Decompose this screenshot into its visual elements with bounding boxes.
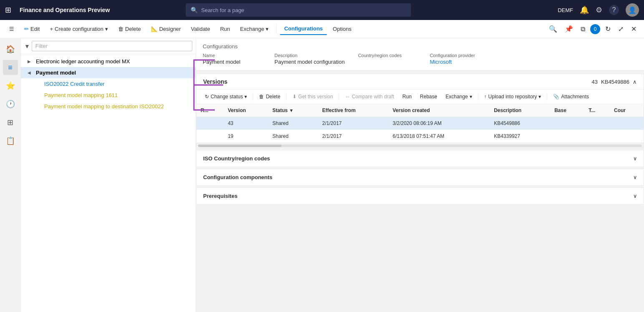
user-label: DEMF <box>558 7 573 13</box>
sidebar-icon-home[interactable]: 🏠 <box>3 42 18 57</box>
scroll-thumb[interactable] <box>198 145 282 147</box>
horizontal-scrollbar[interactable] <box>196 143 644 148</box>
notification-icon[interactable]: 🔔 <box>580 5 589 15</box>
toolbar-sep-4 <box>478 92 478 101</box>
cell-t <box>584 130 610 143</box>
search-button[interactable]: 🔍 <box>546 22 560 35</box>
sidebar-icon-list[interactable]: ≡ <box>3 60 18 75</box>
prerequisites-header[interactable]: Prerequisites ∨ <box>196 188 644 204</box>
cell-description: KB4339927 <box>490 130 550 143</box>
grid-icon[interactable]: ⊞ <box>5 5 11 15</box>
hamburger-button[interactable]: ☰ <box>5 23 18 35</box>
config-field-name: Name Payment model <box>203 53 261 65</box>
scroll-track <box>198 145 642 147</box>
compare-icon: ↔ <box>345 94 350 100</box>
iso-country-section: ISO Country/region codes ∨ <box>196 150 644 167</box>
designer-button[interactable]: 📐 Designer <box>147 23 185 35</box>
sidebar-icon-notes[interactable]: 📋 <box>3 133 18 148</box>
exchange-button[interactable]: Exchange ▾ <box>236 23 273 35</box>
th-created: Version created <box>388 104 490 117</box>
tree-item-iso20022[interactable]: ISO20022 Credit transfer <box>21 78 196 90</box>
refresh-icon: ↻ <box>205 94 209 100</box>
pin-button[interactable]: 📌 <box>562 22 576 35</box>
help-icon[interactable]: ? <box>609 5 619 15</box>
expand-button[interactable]: ⤢ <box>616 22 626 35</box>
reload-button[interactable]: ↻ <box>603 22 613 35</box>
upload-chevron: ▾ <box>538 94 541 100</box>
filter-icon[interactable]: ▼ <box>24 43 30 50</box>
cell-created: 3/2/2020 08:06:19 AM <box>388 117 490 130</box>
search-icon: 🔍 <box>191 7 198 13</box>
cell-base <box>550 130 584 143</box>
th-effective: Effective from <box>318 104 389 117</box>
field-label-country: Country/region codes <box>358 53 416 58</box>
versions-collapse-icon[interactable]: ∧ <box>633 79 637 85</box>
toolbar-sep-3 <box>339 92 339 101</box>
table-row[interactable]: 43 Shared 2/1/2017 3/2/2020 08:06:19 AM … <box>196 117 644 130</box>
run-versions-button[interactable]: Run <box>399 92 415 101</box>
rebase-button[interactable]: Rebase <box>417 92 440 101</box>
field-label-provider: Configuration provider <box>430 53 488 58</box>
top-navigation: ⊞ Finance and Operations Preview 🔍 Searc… <box>0 0 644 20</box>
sidebar-icon-clock[interactable]: 🕐 <box>3 97 18 112</box>
compare-button[interactable]: ↔ Compare with draft <box>342 92 397 101</box>
sidebar-icon-star[interactable]: ⭐ <box>3 78 18 93</box>
edit-button[interactable]: ✏ Edit <box>20 23 44 35</box>
iso-country-header[interactable]: ISO Country/region codes ∨ <box>196 150 644 167</box>
run-button[interactable]: Run <box>216 23 234 35</box>
get-version-button[interactable]: ⬇ Get this version <box>289 92 336 101</box>
delete-icon: 🗑 <box>259 94 264 100</box>
filter-input[interactable] <box>32 41 192 51</box>
field-label-name: Name <box>203 53 261 58</box>
delete-button[interactable]: 🗑 Delete <box>114 23 145 35</box>
toolbar-sep-2 <box>286 92 287 101</box>
versions-count: 43 <box>592 79 598 85</box>
th-status: Status ▼ <box>268 104 318 117</box>
attachment-icon: 📎 <box>553 94 559 100</box>
config-field-description: Description Payment model configuration <box>274 53 345 65</box>
versions-delete-button[interactable]: 🗑 Delete <box>256 92 284 101</box>
versions-table-container: R... Version Status ▼ Effective from Ver… <box>196 104 644 143</box>
avatar[interactable]: 👤 <box>626 3 639 17</box>
refresh-button[interactable]: 0 <box>590 24 600 34</box>
tree-item-electronic-ledger[interactable]: ▶ Electronic ledger accounting model MX <box>21 56 196 67</box>
status-filter-icon[interactable]: ▼ <box>289 108 294 113</box>
validate-button[interactable]: Validate <box>187 23 214 35</box>
tree-item-label: Payment model mapping 1611 <box>44 92 192 98</box>
exchange-versions-button[interactable]: Exchange ▾ <box>442 92 475 101</box>
content-area: Configurations Name Payment model Descri… <box>196 38 644 312</box>
cell-description: KB4549886 <box>490 117 550 130</box>
tree-item-payment-mapping-dest[interactable]: Payment model mapping to destination ISO… <box>21 101 196 112</box>
close-button[interactable]: ✕ <box>629 22 639 35</box>
cell-version: 43 <box>224 117 268 130</box>
search-bar[interactable]: 🔍 Search for a page <box>186 3 411 17</box>
change-status-button[interactable]: ↻ Change status ▾ <box>201 92 250 101</box>
settings-icon[interactable]: ⚙ <box>596 5 602 15</box>
field-label-description: Description <box>274 53 345 58</box>
cell-effective: 2/1/2017 <box>318 117 389 130</box>
options-tab[interactable]: Options <box>329 23 356 35</box>
sidebar-left: 🏠 ≡ ⭐ 🕐 ⊞ 📋 <box>0 38 21 312</box>
table-row[interactable]: 19 Shared 2/1/2017 6/13/2018 07:51:47 AM… <box>196 130 644 143</box>
field-value-description: Payment model configuration <box>274 59 345 65</box>
hamburger-icon: ☰ <box>9 26 14 32</box>
tree-panel: ▼ ▶ Electronic ledger accounting model M… <box>21 38 196 312</box>
versions-badge: 43 KB4549886 ∧ <box>592 79 637 85</box>
exchange-chevron: ▾ <box>470 94 472 100</box>
field-value-provider[interactable]: Microsoft <box>430 59 488 65</box>
command-bar: ☰ ✏ Edit + Create configuration ▾ 🗑 Dele… <box>0 20 644 38</box>
versions-header: Versions 43 KB4549886 ∧ <box>196 74 644 90</box>
tree-item-payment-model[interactable]: ◀ Payment model <box>21 67 196 78</box>
tree-content: ▶ Electronic ledger accounting model MX … <box>21 54 196 312</box>
cell-r <box>196 130 224 143</box>
create-config-button[interactable]: + Create configuration ▾ <box>45 23 112 35</box>
field-value-name: Payment model <box>203 59 261 65</box>
attachments-button[interactable]: 📎 Attachments <box>550 92 592 101</box>
upload-repository-button[interactable]: ↑ Upload into repository ▾ <box>481 92 545 101</box>
config-components-header[interactable]: Configuration components ∨ <box>196 169 644 185</box>
tree-item-payment-mapping-1611[interactable]: Payment model mapping 1611 <box>21 90 196 101</box>
configurations-tab[interactable]: Configurations <box>280 23 327 35</box>
tree-item-label: Electronic ledger accounting model MX <box>36 58 192 65</box>
split-view-button[interactable]: ⧉ <box>578 23 588 35</box>
sidebar-icon-grid[interactable]: ⊞ <box>3 115 18 130</box>
